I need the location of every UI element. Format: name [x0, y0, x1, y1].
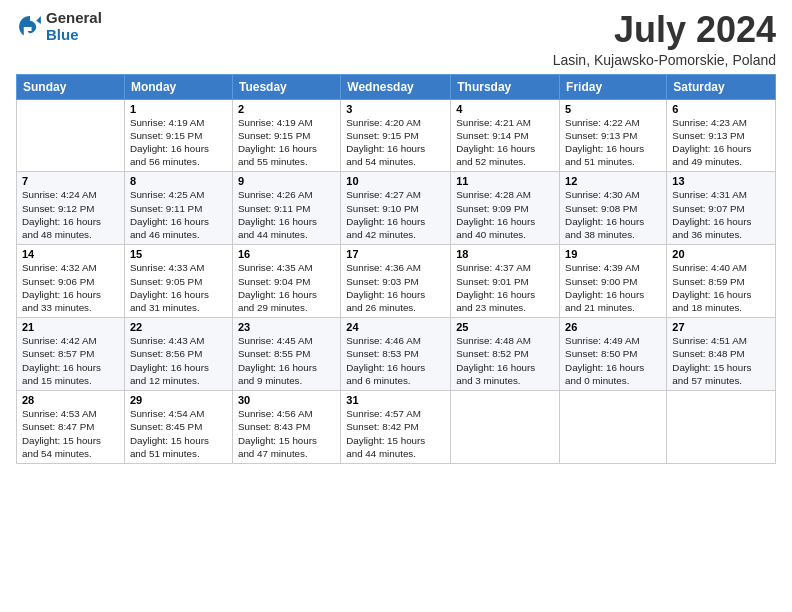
day-info: Sunrise: 4:48 AMSunset: 8:52 PMDaylight:… — [456, 334, 554, 387]
calendar-cell: 20Sunrise: 4:40 AMSunset: 8:59 PMDayligh… — [667, 245, 776, 318]
day-info: Sunrise: 4:43 AMSunset: 8:56 PMDaylight:… — [130, 334, 227, 387]
day-info: Sunrise: 4:49 AMSunset: 8:50 PMDaylight:… — [565, 334, 661, 387]
day-info: Sunrise: 4:40 AMSunset: 8:59 PMDaylight:… — [672, 261, 770, 314]
day-number: 24 — [346, 321, 445, 333]
day-number: 19 — [565, 248, 661, 260]
day-number: 16 — [238, 248, 335, 260]
logo-icon — [16, 13, 44, 41]
calendar-cell: 25Sunrise: 4:48 AMSunset: 8:52 PMDayligh… — [451, 318, 560, 391]
day-info: Sunrise: 4:20 AMSunset: 9:15 PMDaylight:… — [346, 116, 445, 169]
day-number: 18 — [456, 248, 554, 260]
day-info: Sunrise: 4:22 AMSunset: 9:13 PMDaylight:… — [565, 116, 661, 169]
col-thursday: Thursday — [451, 74, 560, 99]
day-number: 6 — [672, 103, 770, 115]
day-number: 23 — [238, 321, 335, 333]
day-info: Sunrise: 4:28 AMSunset: 9:09 PMDaylight:… — [456, 188, 554, 241]
day-info: Sunrise: 4:32 AMSunset: 9:06 PMDaylight:… — [22, 261, 119, 314]
calendar-week-3: 14Sunrise: 4:32 AMSunset: 9:06 PMDayligh… — [17, 245, 776, 318]
day-info: Sunrise: 4:42 AMSunset: 8:57 PMDaylight:… — [22, 334, 119, 387]
calendar-cell: 19Sunrise: 4:39 AMSunset: 9:00 PMDayligh… — [560, 245, 667, 318]
day-number: 7 — [22, 175, 119, 187]
header: General Blue July 2024 Lasin, Kujawsko-P… — [16, 10, 776, 68]
calendar-week-5: 28Sunrise: 4:53 AMSunset: 8:47 PMDayligh… — [17, 391, 776, 464]
calendar-cell: 10Sunrise: 4:27 AMSunset: 9:10 PMDayligh… — [341, 172, 451, 245]
day-info: Sunrise: 4:37 AMSunset: 9:01 PMDaylight:… — [456, 261, 554, 314]
day-info: Sunrise: 4:23 AMSunset: 9:13 PMDaylight:… — [672, 116, 770, 169]
day-number: 4 — [456, 103, 554, 115]
calendar-cell: 23Sunrise: 4:45 AMSunset: 8:55 PMDayligh… — [232, 318, 340, 391]
day-info: Sunrise: 4:31 AMSunset: 9:07 PMDaylight:… — [672, 188, 770, 241]
day-info: Sunrise: 4:26 AMSunset: 9:11 PMDaylight:… — [238, 188, 335, 241]
day-number: 5 — [565, 103, 661, 115]
calendar-cell: 12Sunrise: 4:30 AMSunset: 9:08 PMDayligh… — [560, 172, 667, 245]
col-saturday: Saturday — [667, 74, 776, 99]
day-info: Sunrise: 4:33 AMSunset: 9:05 PMDaylight:… — [130, 261, 227, 314]
calendar-cell: 8Sunrise: 4:25 AMSunset: 9:11 PMDaylight… — [124, 172, 232, 245]
calendar-cell: 7Sunrise: 4:24 AMSunset: 9:12 PMDaylight… — [17, 172, 125, 245]
calendar-cell: 4Sunrise: 4:21 AMSunset: 9:14 PMDaylight… — [451, 99, 560, 172]
day-number: 31 — [346, 394, 445, 406]
day-number: 21 — [22, 321, 119, 333]
day-info: Sunrise: 4:45 AMSunset: 8:55 PMDaylight:… — [238, 334, 335, 387]
calendar-cell: 6Sunrise: 4:23 AMSunset: 9:13 PMDaylight… — [667, 99, 776, 172]
day-number: 26 — [565, 321, 661, 333]
calendar-cell: 11Sunrise: 4:28 AMSunset: 9:09 PMDayligh… — [451, 172, 560, 245]
logo-general: General — [46, 10, 102, 27]
calendar-cell: 26Sunrise: 4:49 AMSunset: 8:50 PMDayligh… — [560, 318, 667, 391]
calendar-cell: 3Sunrise: 4:20 AMSunset: 9:15 PMDaylight… — [341, 99, 451, 172]
title-month: July 2024 — [553, 10, 776, 50]
day-info: Sunrise: 4:24 AMSunset: 9:12 PMDaylight:… — [22, 188, 119, 241]
day-info: Sunrise: 4:53 AMSunset: 8:47 PMDaylight:… — [22, 407, 119, 460]
col-tuesday: Tuesday — [232, 74, 340, 99]
day-number: 25 — [456, 321, 554, 333]
calendar-cell — [667, 391, 776, 464]
calendar-cell: 30Sunrise: 4:56 AMSunset: 8:43 PMDayligh… — [232, 391, 340, 464]
day-info: Sunrise: 4:56 AMSunset: 8:43 PMDaylight:… — [238, 407, 335, 460]
calendar-cell — [451, 391, 560, 464]
day-info: Sunrise: 4:46 AMSunset: 8:53 PMDaylight:… — [346, 334, 445, 387]
calendar-cell: 22Sunrise: 4:43 AMSunset: 8:56 PMDayligh… — [124, 318, 232, 391]
col-monday: Monday — [124, 74, 232, 99]
calendar-cell — [560, 391, 667, 464]
calendar-header-row: Sunday Monday Tuesday Wednesday Thursday… — [17, 74, 776, 99]
logo-text: General Blue — [46, 10, 102, 43]
calendar-cell: 16Sunrise: 4:35 AMSunset: 9:04 PMDayligh… — [232, 245, 340, 318]
day-number: 14 — [22, 248, 119, 260]
calendar-week-1: 1Sunrise: 4:19 AMSunset: 9:15 PMDaylight… — [17, 99, 776, 172]
day-number: 10 — [346, 175, 445, 187]
calendar-cell: 17Sunrise: 4:36 AMSunset: 9:03 PMDayligh… — [341, 245, 451, 318]
day-info: Sunrise: 4:57 AMSunset: 8:42 PMDaylight:… — [346, 407, 445, 460]
calendar-cell: 24Sunrise: 4:46 AMSunset: 8:53 PMDayligh… — [341, 318, 451, 391]
calendar-cell: 1Sunrise: 4:19 AMSunset: 9:15 PMDaylight… — [124, 99, 232, 172]
title-location: Lasin, Kujawsko-Pomorskie, Poland — [553, 52, 776, 68]
logo-blue: Blue — [46, 27, 102, 44]
calendar-week-2: 7Sunrise: 4:24 AMSunset: 9:12 PMDaylight… — [17, 172, 776, 245]
calendar-cell: 29Sunrise: 4:54 AMSunset: 8:45 PMDayligh… — [124, 391, 232, 464]
day-number: 17 — [346, 248, 445, 260]
col-friday: Friday — [560, 74, 667, 99]
calendar-cell: 28Sunrise: 4:53 AMSunset: 8:47 PMDayligh… — [17, 391, 125, 464]
page: General Blue July 2024 Lasin, Kujawsko-P… — [0, 0, 792, 612]
calendar-cell — [17, 99, 125, 172]
day-number: 22 — [130, 321, 227, 333]
day-info: Sunrise: 4:35 AMSunset: 9:04 PMDaylight:… — [238, 261, 335, 314]
calendar-cell: 15Sunrise: 4:33 AMSunset: 9:05 PMDayligh… — [124, 245, 232, 318]
calendar-week-4: 21Sunrise: 4:42 AMSunset: 8:57 PMDayligh… — [17, 318, 776, 391]
day-number: 3 — [346, 103, 445, 115]
logo: General Blue — [16, 10, 102, 43]
day-info: Sunrise: 4:36 AMSunset: 9:03 PMDaylight:… — [346, 261, 445, 314]
day-number: 30 — [238, 394, 335, 406]
calendar-cell: 14Sunrise: 4:32 AMSunset: 9:06 PMDayligh… — [17, 245, 125, 318]
day-info: Sunrise: 4:51 AMSunset: 8:48 PMDaylight:… — [672, 334, 770, 387]
calendar-cell: 5Sunrise: 4:22 AMSunset: 9:13 PMDaylight… — [560, 99, 667, 172]
title-block: July 2024 Lasin, Kujawsko-Pomorskie, Pol… — [553, 10, 776, 68]
day-info: Sunrise: 4:19 AMSunset: 9:15 PMDaylight:… — [130, 116, 227, 169]
calendar-cell: 27Sunrise: 4:51 AMSunset: 8:48 PMDayligh… — [667, 318, 776, 391]
day-number: 28 — [22, 394, 119, 406]
day-number: 20 — [672, 248, 770, 260]
day-number: 1 — [130, 103, 227, 115]
day-number: 11 — [456, 175, 554, 187]
calendar-cell: 2Sunrise: 4:19 AMSunset: 9:15 PMDaylight… — [232, 99, 340, 172]
day-info: Sunrise: 4:25 AMSunset: 9:11 PMDaylight:… — [130, 188, 227, 241]
calendar-cell: 21Sunrise: 4:42 AMSunset: 8:57 PMDayligh… — [17, 318, 125, 391]
